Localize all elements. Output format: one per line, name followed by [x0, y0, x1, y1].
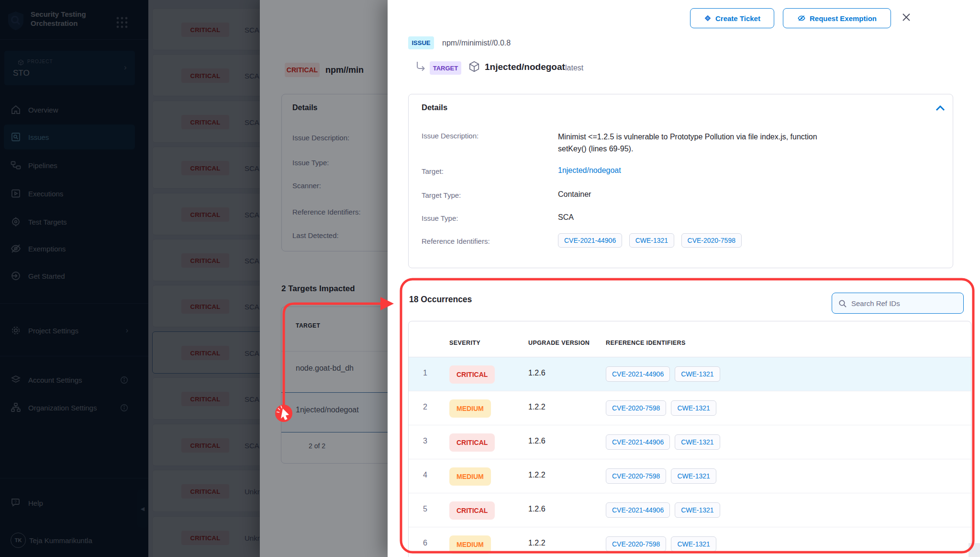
button-label: Create Ticket — [715, 14, 760, 23]
ref-id-chip[interactable]: CVE-2020-7598 — [606, 468, 666, 484]
ref-id-chip[interactable]: CWE-1321 — [671, 468, 716, 484]
target-version: latest — [565, 64, 583, 72]
exemption-eye-off-icon — [797, 14, 806, 23]
severity-badge: MEDIUM — [449, 467, 491, 486]
occurrences-table: SEVERITY UPGRADE VERSION REFERENCE IDENT… — [408, 321, 971, 557]
target-name: 1njected/nodegoat — [485, 62, 565, 72]
severity-badge: CRITICAL — [449, 433, 495, 452]
issue-type-value: SCA — [558, 213, 574, 222]
row-number: 6 — [423, 539, 427, 547]
ref-id-chips: CVE-2021-44906 CWE-1321 CVE-2020-7598 — [558, 233, 746, 248]
row-number: 2 — [423, 403, 427, 411]
modal-backdrop-scrim — [0, 0, 388, 557]
target-tag: TARGET — [430, 61, 461, 75]
table-row[interactable]: 1 CRITICAL 1.2.6 CVE-2021-44906CWE-1321 — [409, 357, 971, 391]
row-number: 5 — [423, 505, 427, 513]
ref-id-chip[interactable]: CVE-2020-7598 — [681, 233, 742, 248]
branch-arrow-icon — [415, 60, 426, 73]
field-label: Issue Type: — [422, 214, 458, 222]
ref-id-chip[interactable]: CVE-2021-44906 — [558, 233, 622, 248]
table-row[interactable]: 2 MEDIUM 1.2.2 CVE-2020-7598CWE-1321 — [409, 391, 971, 425]
upgrade-version: 1.2.6 — [528, 369, 546, 377]
ref-id-chip[interactable]: CWE-1321 — [671, 536, 716, 552]
details-title: Details — [422, 103, 447, 112]
occurrence-detail-modal: Create Ticket Request Exemption ISSUE np… — [388, 0, 980, 557]
request-exemption-button[interactable]: Request Exemption — [783, 8, 891, 28]
table-row[interactable]: 3 CRITICAL 1.2.6 CVE-2021-44906CWE-1321 — [409, 425, 971, 459]
ref-id-chip[interactable]: CWE-1321 — [629, 233, 674, 248]
create-ticket-button[interactable]: Create Ticket — [690, 8, 774, 28]
issue-tag: ISSUE — [408, 36, 434, 49]
issue-name: npm//minimist//0.0.8 — [442, 39, 511, 47]
upgrade-version: 1.2.6 — [528, 437, 546, 445]
field-label: Issue Description: — [422, 132, 479, 140]
severity-badge: MEDIUM — [449, 535, 491, 554]
field-label: Target Type: — [422, 191, 461, 199]
table-header-row: SEVERITY UPGRADE VERSION REFERENCE IDENT… — [409, 321, 971, 357]
ref-id-chip[interactable]: CWE-1321 — [671, 400, 716, 416]
collapse-chevron-up-icon[interactable] — [935, 105, 946, 112]
upgrade-version: 1.2.2 — [528, 471, 546, 479]
ref-id-chip[interactable]: CWE-1321 — [675, 366, 720, 382]
ref-id-chip[interactable]: CVE-2021-44906 — [606, 502, 670, 518]
target-link[interactable]: 1njected/nodegoat — [558, 166, 621, 175]
button-label: Request Exemption — [810, 14, 877, 23]
upgrade-version: 1.2.2 — [528, 539, 546, 547]
search-box[interactable] — [832, 293, 964, 314]
ref-id-chip[interactable]: CVE-2021-44906 — [606, 434, 670, 450]
ref-id-chip[interactable]: CWE-1321 — [675, 502, 720, 518]
severity-badge: CRITICAL — [449, 501, 495, 520]
severity-badge: CRITICAL — [449, 365, 495, 384]
table-row[interactable]: 6 MEDIUM 1.2.2 CVE-2020-7598CWE-1321 — [409, 527, 971, 557]
scrollbar-corner[interactable] — [969, 543, 980, 557]
row-number: 4 — [423, 471, 427, 479]
row-number: 1 — [423, 369, 427, 377]
column-header: REFERENCE IDENTIFIERS — [606, 340, 686, 346]
close-icon[interactable] — [901, 11, 912, 23]
field-label: Target: — [422, 167, 444, 175]
ref-id-chip[interactable]: CVE-2021-44906 — [606, 366, 670, 382]
row-number: 3 — [423, 437, 427, 445]
upgrade-version: 1.2.6 — [528, 505, 546, 513]
search-input[interactable] — [851, 299, 947, 307]
ref-id-chip[interactable]: CVE-2020-7598 — [606, 536, 666, 552]
target-type-value: Container — [558, 190, 591, 199]
details-card: Details Issue Description: Minimist <=1.… — [408, 94, 953, 268]
ticket-diamond-icon — [704, 14, 712, 22]
ref-id-chip[interactable]: CVE-2020-7598 — [606, 400, 666, 416]
occurrences-heading: 18 Occurrences — [409, 295, 472, 305]
upgrade-version: 1.2.2 — [528, 403, 546, 411]
table-row[interactable]: 5 CRITICAL 1.2.6 CVE-2021-44906CWE-1321 — [409, 493, 971, 527]
column-header: SEVERITY — [449, 340, 480, 346]
issue-description-value: Minimist <=1.2.5 is vulnerable to Protot… — [558, 131, 845, 155]
package-cube-icon — [468, 60, 480, 73]
field-label: Reference Identifiers: — [422, 237, 490, 245]
column-header: UPGRADE VERSION — [528, 340, 590, 346]
ref-id-chip[interactable]: CWE-1321 — [675, 434, 720, 450]
table-row[interactable]: 4 MEDIUM 1.2.2 CVE-2020-7598CWE-1321 — [409, 459, 971, 493]
severity-badge: MEDIUM — [449, 399, 491, 418]
search-icon — [838, 299, 847, 308]
